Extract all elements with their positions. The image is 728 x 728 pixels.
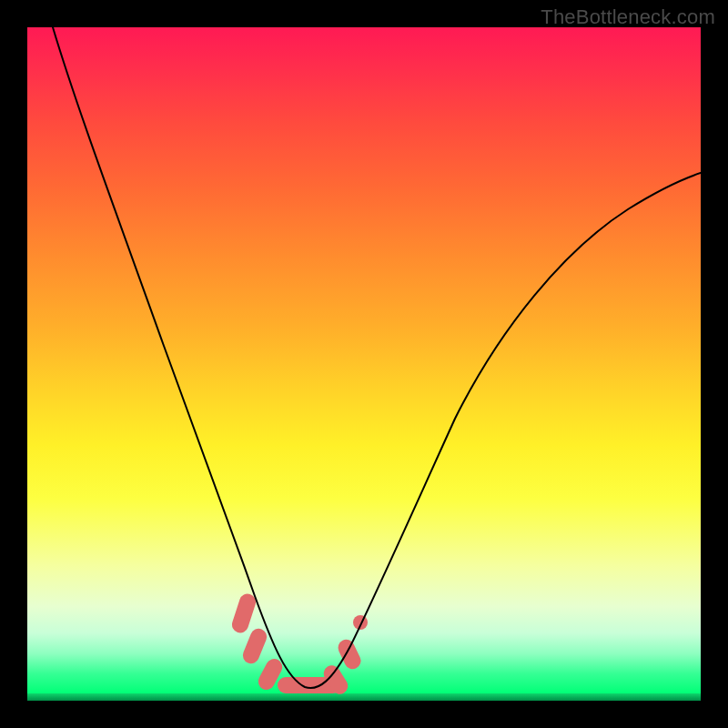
curve-layer (27, 27, 701, 701)
svg-rect-0 (230, 592, 258, 634)
chart-frame: TheBottleneck.com (0, 0, 728, 728)
plot-area (27, 27, 701, 701)
svg-rect-5 (335, 637, 363, 672)
attribution-text: TheBottleneck.com (541, 5, 715, 29)
svg-rect-1 (240, 626, 269, 666)
bottleneck-curve (53, 27, 701, 688)
optimal-region-markers (230, 592, 368, 697)
